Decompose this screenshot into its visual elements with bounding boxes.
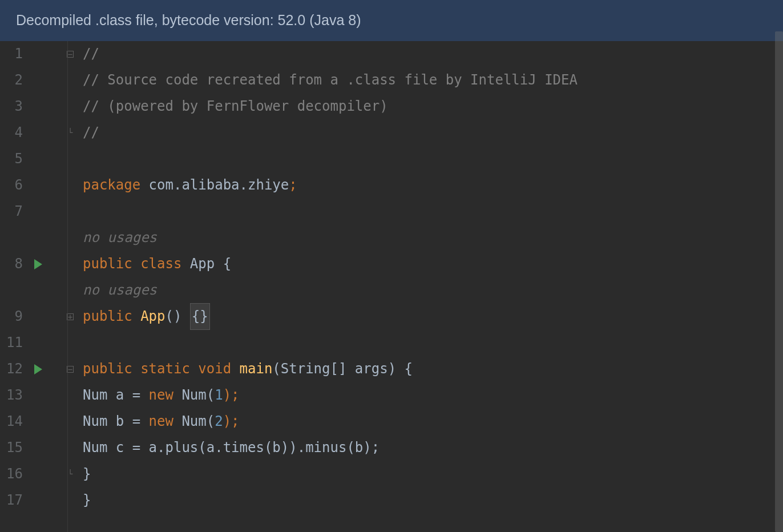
decompiled-banner: Decompiled .class file, bytecode version… <box>0 0 783 41</box>
gutter-row[interactable]: 5 <box>0 146 67 172</box>
scrollbar[interactable] <box>775 31 783 532</box>
keyword-public: public <box>83 356 132 382</box>
code-text: Num b = <box>83 409 149 435</box>
gutter-row[interactable]: 14 <box>0 409 67 435</box>
no-usages-hint: no usages <box>83 277 157 304</box>
line-number: 9 <box>0 304 27 330</box>
gutter-row[interactable]: 2 <box>0 67 67 94</box>
constructor-name: App <box>132 304 166 330</box>
code-line[interactable]: // Source code recreated from a .class f… <box>83 67 783 94</box>
code-text: Num( <box>173 409 215 435</box>
code-line[interactable]: public static void main(String[] args) { <box>83 356 783 382</box>
line-number: 8 <box>0 251 27 277</box>
run-main-icon[interactable] <box>34 364 42 374</box>
code-line[interactable]: } <box>83 487 783 514</box>
code-line[interactable]: Num b = new Num(2); <box>83 409 783 435</box>
line-number: 7 <box>0 199 27 225</box>
keyword-public: public <box>83 251 132 277</box>
code-text: Num( <box>173 382 215 409</box>
method-main: main <box>231 356 272 382</box>
line-number: 1 <box>0 41 27 67</box>
keyword-void: void <box>190 356 231 382</box>
keyword-public: public <box>83 304 132 330</box>
code-line[interactable]: Num c = a.plus(a.times(b)).minus(b); <box>83 435 783 461</box>
code-text: ); <box>223 409 240 435</box>
gutter[interactable]: 1 − 2 3 4 └ 5 6 7 8 <box>0 41 67 533</box>
semicolon: ; <box>289 172 297 199</box>
gutter-row[interactable]: 4 └ <box>0 120 67 146</box>
keyword-class: class <box>132 251 182 277</box>
banner-text: Decompiled .class file, bytecode version… <box>16 12 361 28</box>
gutter-row[interactable]: 6 <box>0 172 67 199</box>
line-number: 4 <box>0 120 27 146</box>
no-usages-hint: no usages <box>83 225 157 251</box>
package-name: com.alibaba.zhiye <box>140 172 289 199</box>
code-line-empty[interactable] <box>83 199 783 225</box>
brace: } <box>83 487 91 514</box>
gutter-row[interactable]: 16 └ <box>0 461 67 487</box>
code-text: ); <box>223 382 240 409</box>
class-name: App <box>181 251 223 277</box>
line-number: 5 <box>0 146 27 172</box>
gutter-row[interactable]: 15 <box>0 435 67 461</box>
gutter-row[interactable]: 12 − <box>0 356 67 382</box>
keyword-new: new <box>149 382 173 409</box>
gutter-row-inlay <box>0 225 67 251</box>
editor: 1 − 2 3 4 └ 5 6 7 8 <box>0 41 783 533</box>
line-number: 14 <box>0 409 27 435</box>
gutter-row[interactable]: 11 <box>0 330 67 356</box>
code-line[interactable]: public App() {} <box>83 304 783 330</box>
line-number: 12 <box>0 356 27 382</box>
gutter-row[interactable]: 8 <box>0 251 67 277</box>
inlay-hint[interactable]: no usages <box>83 225 783 251</box>
code-text: Num a = <box>83 382 149 409</box>
brace: } <box>83 461 91 487</box>
line-number: 16 <box>0 461 27 487</box>
comment: // Source code recreated from a .class f… <box>83 67 578 94</box>
code-line[interactable]: // <box>83 120 783 146</box>
gutter-row[interactable]: 13 <box>0 382 67 409</box>
code-line[interactable]: Num a = new Num(1); <box>83 382 783 409</box>
line-number: 15 <box>0 435 27 461</box>
number-literal: 1 <box>215 382 223 409</box>
comment: // <box>83 120 99 146</box>
comment: // <box>83 41 99 67</box>
line-number: 3 <box>0 94 27 120</box>
gutter-row-inlay <box>0 277 67 304</box>
gutter-row[interactable]: 3 <box>0 94 67 120</box>
line-number: 6 <box>0 172 27 199</box>
code-line[interactable]: package com.alibaba.zhiye; <box>83 172 783 199</box>
keyword-static: static <box>132 356 190 382</box>
method-params: (String[] args) { <box>272 356 413 382</box>
scrollbar-thumb[interactable] <box>775 31 783 532</box>
comment: // (powered by FernFlower decompiler) <box>83 94 388 120</box>
gutter-row[interactable]: 1 − <box>0 41 67 67</box>
gutter-row[interactable]: 9 + <box>0 304 67 330</box>
line-number: 17 <box>0 487 27 514</box>
code-line[interactable]: // (powered by FernFlower decompiler) <box>83 94 783 120</box>
gutter-row[interactable]: 17 <box>0 487 67 514</box>
code-line[interactable]: public class App { <box>83 251 783 277</box>
code-line[interactable]: } <box>83 461 783 487</box>
keyword-new: new <box>149 409 173 435</box>
gutter-row[interactable]: 7 <box>0 199 67 225</box>
parens: () <box>166 304 190 330</box>
code-line[interactable]: // <box>83 41 783 67</box>
inlay-hint[interactable]: no usages <box>83 277 783 304</box>
code-area[interactable]: // // Source code recreated from a .clas… <box>67 41 783 533</box>
line-number: 13 <box>0 382 27 409</box>
run-class-icon[interactable] <box>34 259 42 269</box>
number-literal: 2 <box>215 409 223 435</box>
line-number: 11 <box>0 330 27 356</box>
line-number: 2 <box>0 67 27 94</box>
brace: { <box>223 251 231 277</box>
code-line-empty[interactable] <box>83 330 783 356</box>
code-text: Num c = a.plus(a.times(b)).minus(b); <box>83 435 380 461</box>
code-line-empty[interactable] <box>83 146 783 172</box>
keyword-package: package <box>83 172 140 199</box>
braces-folded[interactable]: {} <box>190 303 210 331</box>
